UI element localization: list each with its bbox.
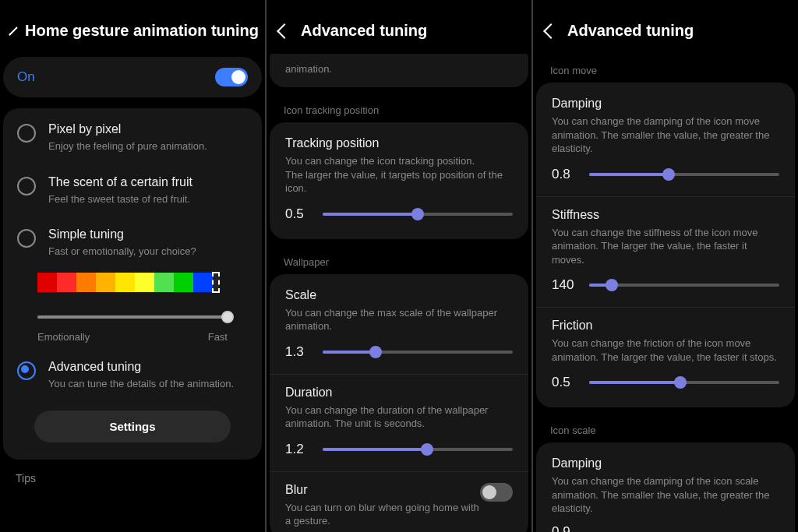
icon-move-card: Damping You can change the damping of th… bbox=[536, 83, 795, 407]
setting-title: Blur bbox=[285, 483, 480, 497]
tracking-card: Tracking position You can change the ico… bbox=[270, 122, 528, 239]
setting-title: Stiffness bbox=[552, 208, 779, 222]
slider-value: 0.96 bbox=[552, 525, 578, 532]
option-sub: Enjoy the feeling of pure animation. bbox=[48, 139, 207, 153]
option-title: The scent of a certain fruit bbox=[48, 175, 192, 189]
scale-slider[interactable] bbox=[323, 343, 513, 361]
tips-section-label: Tips bbox=[0, 466, 265, 484]
page-title: Advanced tuning bbox=[567, 22, 694, 40]
setting-desc: You can change the damping of the icon m… bbox=[552, 115, 779, 156]
option-title: Pixel by pixel bbox=[48, 122, 207, 136]
setting-desc: You can change the duration of the wallp… bbox=[285, 403, 513, 431]
setting-tracking-position: Tracking position You can change the ico… bbox=[270, 125, 528, 236]
radio-icon bbox=[17, 177, 36, 196]
setting-title: Damping bbox=[552, 97, 779, 111]
setting-move-friction: Friction You can change the friction of … bbox=[536, 307, 795, 404]
panel-advanced-tuning-1: Advanced tuning animation. Icon tracking… bbox=[267, 0, 531, 532]
color-swatch-custom[interactable] bbox=[213, 273, 219, 292]
section-icon-scale: Icon scale bbox=[533, 414, 798, 442]
setting-scale: Scale You can change the max scale of th… bbox=[270, 277, 528, 374]
setting-desc: You can change the damping of the icon s… bbox=[552, 474, 779, 516]
radio-icon bbox=[17, 361, 36, 380]
panel-home-gesture-tuning: Home gesture animation tuning On Pixel b… bbox=[0, 0, 265, 532]
tuning-speed-slider[interactable] bbox=[37, 308, 228, 326]
slider-value: 140 bbox=[552, 277, 578, 293]
master-toggle[interactable]: On bbox=[3, 57, 262, 97]
radio-icon bbox=[17, 124, 36, 143]
setting-duration: Duration You can change the duration of … bbox=[270, 374, 528, 471]
slider-value: 1.3 bbox=[285, 344, 312, 360]
setting-title: Friction bbox=[552, 319, 779, 333]
move-damping-slider[interactable] bbox=[589, 165, 779, 184]
option-sub: You can tune the details of the animatio… bbox=[48, 377, 234, 391]
setting-desc: You can change the stiffness of the icon… bbox=[552, 226, 779, 267]
back-icon[interactable] bbox=[277, 23, 292, 39]
color-swatch[interactable] bbox=[96, 273, 115, 292]
color-swatch[interactable] bbox=[135, 273, 154, 292]
setting-title: Scale bbox=[285, 288, 513, 302]
move-stiffness-slider[interactable] bbox=[589, 276, 779, 294]
panel-advanced-tuning-2: Advanced tuning Icon move Damping You ca… bbox=[533, 0, 798, 532]
color-swatch[interactable] bbox=[193, 273, 213, 292]
section-icon-tracking: Icon tracking position bbox=[267, 93, 531, 122]
back-icon[interactable] bbox=[9, 26, 17, 35]
option-sub: Fast or emotionally, your choice? bbox=[48, 245, 196, 259]
option-simple-tuning[interactable]: Simple tuning Fast or emotionally, your … bbox=[3, 217, 262, 270]
option-scent-fruit[interactable]: The scent of a certain fruit Feel the sw… bbox=[3, 164, 262, 217]
color-swatch[interactable] bbox=[76, 273, 96, 292]
prev-card-fragment: animation. bbox=[270, 54, 528, 87]
slider-value: 0.5 bbox=[285, 206, 312, 222]
setting-desc: You can change the icon tracking positio… bbox=[285, 154, 513, 196]
master-toggle-label: On bbox=[17, 69, 35, 85]
back-icon[interactable] bbox=[543, 23, 559, 39]
header: Home gesture animation tuning bbox=[0, 0, 265, 54]
setting-title: Tracking position bbox=[285, 136, 513, 150]
slider-value: 0.8 bbox=[552, 167, 578, 182]
duration-slider[interactable] bbox=[323, 440, 513, 459]
option-pixel-by-pixel[interactable]: Pixel by pixel Enjoy the feeling of pure… bbox=[3, 111, 262, 164]
switch-on-icon[interactable] bbox=[215, 68, 248, 86]
radio-icon bbox=[17, 229, 36, 248]
color-swatch[interactable] bbox=[174, 273, 193, 292]
option-sub: Feel the sweet taste of red fruit. bbox=[48, 192, 192, 206]
slider-label-right: Fast bbox=[208, 331, 228, 343]
slider-label-left: Emotionally bbox=[37, 331, 90, 343]
move-friction-slider[interactable] bbox=[589, 373, 779, 392]
setting-blur[interactable]: Blur You can turn on blur when going hom… bbox=[270, 471, 528, 532]
color-swatch[interactable] bbox=[57, 273, 76, 292]
section-wallpaper: Wallpaper bbox=[267, 245, 531, 274]
setting-desc: You can change the max scale of the wall… bbox=[285, 306, 513, 333]
tracking-slider[interactable] bbox=[323, 205, 513, 224]
option-title: Simple tuning bbox=[48, 227, 196, 241]
option-advanced-tuning[interactable]: Advanced tuning You can tune the details… bbox=[3, 346, 262, 402]
slider-value: 1.2 bbox=[285, 442, 312, 457]
page-title: Home gesture animation tuning bbox=[25, 22, 259, 40]
setting-title: Duration bbox=[285, 386, 513, 400]
slider-value: 0.5 bbox=[552, 375, 578, 390]
options-card: Pixel by pixel Enjoy the feeling of pure… bbox=[3, 108, 262, 460]
setting-desc: You can change the friction of the icon … bbox=[552, 336, 779, 364]
setting-move-damping: Damping You can change the damping of th… bbox=[536, 86, 795, 196]
option-title: Advanced tuning bbox=[48, 360, 234, 374]
header: Advanced tuning bbox=[533, 0, 798, 54]
setting-move-stiffness: Stiffness You can change the stiffness o… bbox=[536, 196, 795, 308]
color-swatch[interactable] bbox=[37, 273, 57, 292]
setting-scale-damping: Damping You can change the damping of th… bbox=[536, 446, 795, 532]
page-title: Advanced tuning bbox=[301, 22, 427, 40]
settings-button[interactable]: Settings bbox=[34, 410, 231, 442]
setting-desc: You can turn on blur when going home wit… bbox=[285, 501, 480, 528]
setting-title: Damping bbox=[552, 456, 779, 470]
color-swatch[interactable] bbox=[115, 273, 135, 292]
wallpaper-card: Scale You can change the max scale of th… bbox=[270, 274, 528, 532]
color-palette[interactable] bbox=[3, 270, 262, 303]
header: Advanced tuning bbox=[267, 0, 531, 54]
truncated-text: animation. bbox=[270, 57, 528, 84]
blur-switch-icon[interactable] bbox=[480, 483, 513, 502]
section-icon-move: Icon move bbox=[533, 54, 798, 83]
icon-scale-card: Damping You can change the damping of th… bbox=[536, 442, 795, 532]
color-swatch[interactable] bbox=[154, 273, 174, 292]
